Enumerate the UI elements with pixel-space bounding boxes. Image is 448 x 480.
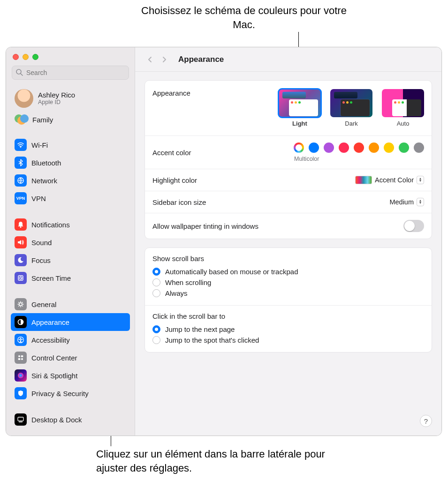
scroll-title: Show scroll bars — [152, 255, 424, 262]
appearance-mode-light[interactable]: Light — [279, 89, 321, 127]
appearance-label: Appearance — [152, 89, 190, 97]
screentime-icon — [15, 272, 27, 284]
accent-ff3b30[interactable] — [354, 142, 364, 153]
sidebar-item-label: Privacy & Security — [31, 390, 89, 398]
radio-label: Jump to the next page — [165, 325, 235, 333]
sidebar-item-label: Sound — [31, 239, 52, 247]
nav-arrows — [144, 53, 171, 66]
appearance-mode-auto[interactable]: Auto — [382, 89, 424, 127]
settings-window: Ashley Rico Apple ID Family Wi-FiBluetoo… — [6, 47, 442, 436]
accent-ff2d55[interactable] — [339, 142, 349, 153]
sidebar-item-controlcenter[interactable]: Control Center — [11, 349, 130, 367]
content: Appearance LightDarkAuto Accent color Mu… — [135, 72, 441, 369]
sidebar-item-appearance[interactable]: Appearance — [11, 313, 130, 331]
chevron-updown-icon: ▴▾ — [417, 176, 424, 184]
privacy-icon — [15, 387, 27, 399]
sidebar-item-label: Appearance — [31, 318, 69, 326]
minimize-window-button[interactable] — [23, 54, 29, 60]
sidebar-item-general[interactable]: General — [11, 295, 130, 313]
page-title: Appearance — [178, 55, 224, 64]
sidebar-item-appleid[interactable]: Ashley Rico Apple ID — [11, 85, 130, 112]
network-icon — [15, 174, 27, 187]
highlight-swatch-icon — [355, 176, 372, 184]
sidebar-item-label: Accessibility — [31, 336, 70, 344]
forward-button[interactable] — [158, 53, 171, 66]
sidebar-item-siri[interactable]: Siri & Spotlight — [11, 367, 130, 384]
close-window-button[interactable] — [13, 54, 19, 60]
sidebar-item-label: Siri & Spotlight — [31, 372, 77, 380]
svg-rect-13 — [18, 358, 21, 360]
svg-point-14 — [21, 358, 23, 360]
sidebar-item-bluetooth[interactable]: Bluetooth — [11, 154, 130, 172]
sidebar-item-label: Focus — [31, 256, 51, 264]
click-option[interactable]: Jump to the spot that's clicked — [152, 335, 424, 345]
sidebar: Ashley Rico Apple ID Family Wi-FiBluetoo… — [6, 47, 135, 435]
vpn-icon: VPN — [15, 192, 27, 204]
appearance-card: Appearance LightDarkAuto Accent color Mu… — [144, 80, 432, 239]
sidebar-item-desktop[interactable]: Desktop & Dock — [11, 411, 130, 428]
appearance-thumb-auto — [382, 89, 424, 117]
scroll-option[interactable]: Automatically based on mouse or trackpad — [152, 266, 424, 277]
sidebar-item-family[interactable]: Family — [11, 112, 130, 128]
sidebar-item-label: VPN — [31, 195, 46, 202]
accent-multicolor[interactable] — [294, 142, 304, 153]
siri-icon — [15, 369, 27, 382]
sidebar-search[interactable] — [12, 66, 129, 80]
family-icon — [15, 114, 28, 125]
accent-8e8e93[interactable] — [414, 142, 424, 153]
help-button[interactable]: ? — [420, 415, 432, 427]
highlight-label: Highlight color — [152, 176, 197, 184]
sidebar-item-focus[interactable]: Focus — [11, 251, 130, 269]
user-sub: Apple ID — [38, 99, 75, 105]
accent-007aff[interactable] — [309, 142, 319, 153]
scroll-option[interactable]: Always — [152, 288, 424, 299]
sidebar-item-label: Notifications — [31, 221, 70, 229]
svg-point-10 — [20, 338, 22, 339]
appearance-icon — [15, 316, 27, 328]
search-icon — [15, 68, 23, 76]
appearance-thumb-light — [279, 89, 321, 117]
radio-button[interactable] — [152, 278, 160, 286]
accent-34c759[interactable] — [399, 142, 409, 153]
sidebar-item-label: Network — [31, 177, 57, 185]
sidebar-item-label: Desktop & Dock — [31, 416, 82, 424]
back-button[interactable] — [144, 53, 157, 66]
zoom-window-button[interactable] — [32, 54, 38, 60]
appearance-mode-dark[interactable]: Dark — [330, 89, 372, 127]
accent-ffcc00[interactable] — [384, 142, 394, 153]
sidebar-item-vpn[interactable]: VPNVPN — [11, 189, 130, 207]
sidebar-item-accessibility[interactable]: Accessibility — [11, 331, 130, 349]
sidebar-item-notifications[interactable]: Notifications — [11, 216, 130, 233]
sidebar-item-screentime[interactable]: Screen Time — [11, 269, 130, 287]
svg-rect-17 — [19, 422, 23, 423]
sidebar-item-label: Family — [32, 116, 53, 124]
search-input[interactable] — [12, 66, 129, 80]
sidebar-item-network[interactable]: Network — [11, 172, 130, 189]
accent-ff9500[interactable] — [369, 142, 379, 153]
svg-point-4 — [20, 226, 22, 228]
callout-bottom: Cliquez sur un élément dans la barre lat… — [96, 447, 331, 475]
radio-button[interactable] — [152, 325, 160, 333]
sidebar-size-popup[interactable]: Medium ▴▾ — [389, 198, 424, 206]
sidebar-item-privacy[interactable]: Privacy & Security — [11, 384, 130, 402]
click-option[interactable]: Jump to the next page — [152, 324, 424, 335]
sidebar-list: Ashley Rico Apple ID Family Wi-FiBluetoo… — [6, 83, 135, 435]
tinting-label: Allow wallpaper tinting in windows — [152, 222, 258, 230]
scroll-option[interactable]: When scrolling — [152, 277, 424, 288]
highlight-popup[interactable]: Accent Color ▴▾ — [355, 176, 424, 184]
sidebar-item-sound[interactable]: Sound — [11, 233, 130, 251]
bluetooth-icon — [15, 157, 27, 169]
svg-line-1 — [21, 74, 23, 75]
svg-point-2 — [20, 147, 21, 148]
accent-selected-label: Multicolor — [294, 156, 319, 162]
tinting-toggle[interactable] — [403, 220, 424, 232]
accent-af52de[interactable] — [324, 142, 334, 153]
sidebar-item-wifi[interactable]: Wi-Fi — [11, 136, 130, 154]
radio-button[interactable] — [152, 289, 160, 297]
svg-rect-12 — [21, 355, 23, 357]
radio-button[interactable] — [152, 268, 160, 276]
radio-button[interactable] — [152, 336, 160, 344]
click-title: Click in the scroll bar to — [152, 312, 424, 320]
window-controls — [6, 47, 135, 64]
sidebar-item-label: Control Center — [31, 354, 77, 362]
